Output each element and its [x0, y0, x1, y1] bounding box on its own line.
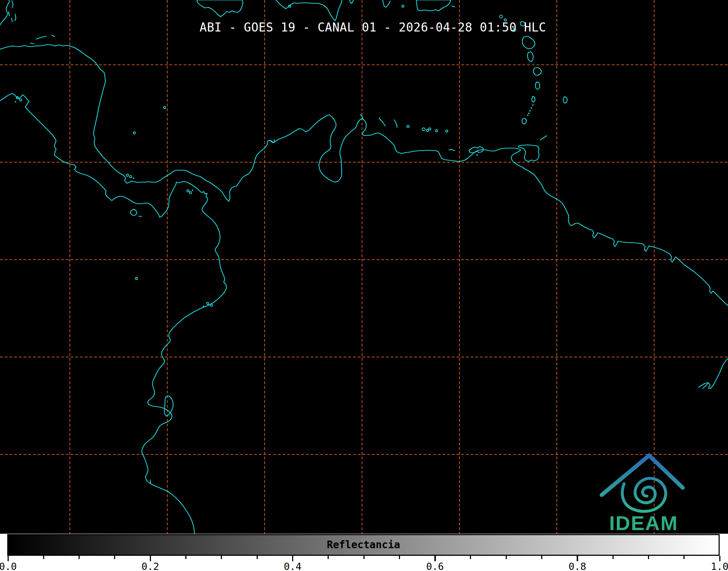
colorbar-minor-tick — [185, 556, 186, 559]
islet — [407, 125, 409, 127]
coastline-guanaja — [52, 35, 55, 37]
colorbar-tick-label: 0.8 — [568, 561, 586, 571]
coastline-bonaire — [394, 120, 397, 127]
islet — [529, 110, 531, 112]
coastline-virgin-islands — [416, 0, 451, 11]
coastline-cienaga-santa-marta — [271, 140, 275, 143]
islet — [532, 104, 534, 106]
colorbar-minor-tick — [399, 556, 400, 559]
colorbar-minor-tick — [541, 556, 542, 559]
islet — [189, 192, 192, 194]
colorbar-minor-tick — [221, 556, 222, 559]
islet — [133, 132, 135, 134]
islet — [426, 129, 429, 131]
islet — [402, 5, 404, 7]
colorbar-label: Reflectancia — [8, 535, 719, 555]
colorbar-major-tick — [719, 556, 721, 561]
islet — [429, 128, 431, 130]
coastline-belize-cay-2 — [15, 14, 16, 21]
coastline-belize-cay-4 — [9, 12, 9, 16]
coastline-hispaniola-east — [350, 0, 353, 3]
coastline-tobago — [540, 136, 547, 140]
colorbar-tick-label: 0.6 — [426, 561, 444, 571]
coastline-coiba — [131, 209, 137, 215]
colorbar-tick-label: 0.4 — [284, 561, 302, 571]
coastline-martinique — [533, 67, 542, 75]
islet — [476, 154, 478, 156]
coastline-cebaco — [139, 216, 142, 217]
colorbar-tick-label: 1.0 — [711, 561, 728, 571]
colorbar-minor-tick — [114, 556, 115, 559]
coastline-guadeloupe — [522, 36, 535, 49]
logo-swirl-icon — [622, 478, 666, 511]
coastline-st-lucia — [535, 82, 540, 89]
islet — [446, 130, 448, 132]
coastline-puerto-rico — [383, 0, 390, 7]
coastline-st-martin — [452, 6, 455, 7]
coastline-belize-coast — [0, 0, 9, 25]
islet — [20, 99, 22, 101]
colorbar-minor-tick — [648, 556, 649, 559]
coastline-belize-cay-1 — [12, 1, 13, 8]
colorbar-major-tick — [150, 556, 151, 561]
coastline-pacific-mainland — [0, 93, 227, 534]
colorbar-strip: Reflectancia 0.00.20.40.60.81.0 — [0, 534, 728, 571]
colorbar-minor-tick — [363, 556, 365, 559]
islet — [531, 107, 532, 109]
colorbar-minor-tick — [43, 556, 44, 559]
islet — [203, 306, 204, 307]
logo-text: IDEAM — [609, 512, 678, 534]
coastline-trinidad — [518, 145, 539, 161]
colorbar-gradient: Reflectancia — [7, 534, 720, 556]
colorbar-tick-label: 0.2 — [142, 561, 159, 571]
islet — [435, 130, 438, 132]
islet — [126, 174, 129, 176]
coastline-puna-island — [164, 396, 173, 416]
islet — [422, 128, 425, 131]
coastline-amazon-coast-fragment — [699, 358, 728, 389]
colorbar-major-tick — [577, 556, 578, 561]
coastline-caribbean-mainland — [0, 45, 728, 306]
coastline-roatan — [36, 36, 46, 39]
coastline-utila — [30, 43, 34, 44]
coastline-jamaica — [197, 0, 243, 17]
colorbar-minor-tick — [470, 556, 471, 559]
coastline-curacao — [379, 118, 385, 126]
islet — [130, 176, 132, 178]
coastline-lobos-islet — [150, 480, 151, 483]
coastline-st-vincent — [532, 96, 535, 102]
map-title: ABI - GOES 19 - CANAL 01 - 2026-04-28 01… — [199, 20, 546, 34]
islet — [500, 15, 502, 18]
islet — [192, 189, 193, 191]
islet — [527, 114, 529, 116]
islet — [135, 277, 138, 280]
coastline-belize-cay-3 — [12, 18, 12, 22]
ideam-logo: IDEAM — [590, 445, 699, 534]
coastline-hispaniola-south — [276, 0, 342, 21]
coastline-barbados — [563, 97, 567, 103]
colorbar-minor-tick — [257, 556, 258, 559]
coastline-dominica — [527, 52, 533, 62]
satellite-image: ABI - GOES 19 - CANAL 01 - 2026-04-28 01… — [0, 0, 728, 571]
colorbar-major-tick — [8, 556, 9, 561]
colorbar-tick-label: 0.0 — [0, 561, 17, 571]
islet — [15, 101, 16, 102]
colorbar-minor-tick — [683, 556, 685, 559]
islet — [210, 304, 212, 306]
colorbar-minor-tick — [506, 556, 507, 559]
islet — [164, 106, 166, 109]
colorbar-minor-tick — [79, 556, 80, 559]
colorbar-major-tick — [434, 556, 436, 561]
islet — [207, 302, 209, 305]
islet — [528, 113, 530, 114]
colorbar-minor-tick — [328, 556, 329, 559]
coastline-grenada — [522, 118, 526, 124]
coastline-la-tortuga — [449, 150, 455, 151]
islet — [289, 5, 291, 7]
islet — [133, 177, 134, 179]
islet — [187, 190, 189, 192]
colorbar-major-tick — [292, 556, 294, 561]
colorbar-minor-tick — [613, 556, 614, 559]
